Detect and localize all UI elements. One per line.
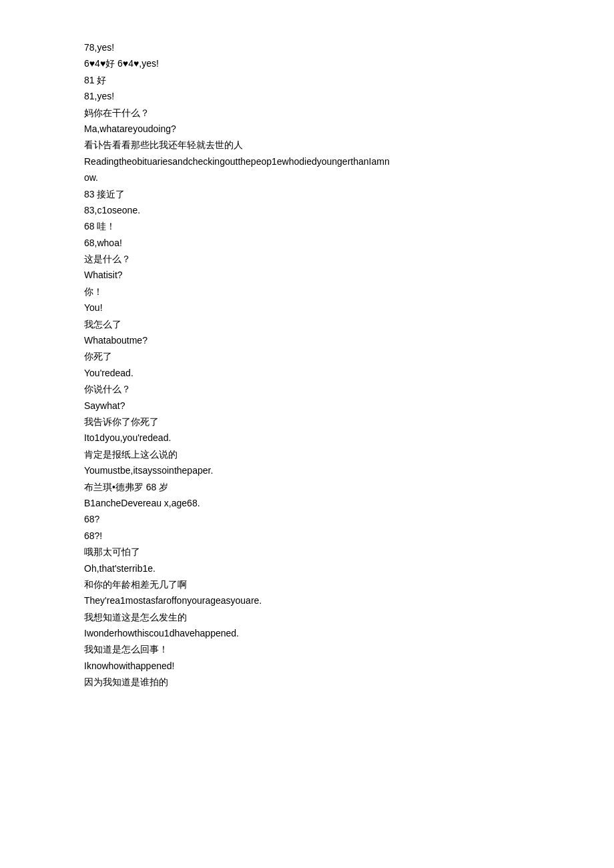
text-line-l39: Iknowhowithappened! bbox=[84, 659, 530, 673]
line-text: 68,whoa! bbox=[84, 236, 530, 250]
line-text: 83 接近了 bbox=[84, 187, 530, 201]
line-text: 我告诉你了你死了 bbox=[84, 414, 530, 429]
line-text: 看讣告看看那些比我还年轻就去世的人 bbox=[84, 137, 530, 152]
text-line-l36: 我想知道这是怎么发生的 bbox=[84, 610, 530, 624]
text-line-l9: ow. bbox=[84, 170, 530, 185]
line-text: 81 好 bbox=[84, 73, 530, 87]
text-line-l1: 78,yes! bbox=[84, 40, 530, 55]
line-text: 68? bbox=[84, 512, 530, 526]
line-text: 78,yes! bbox=[84, 40, 530, 55]
text-line-l2: 6♥4♥好 6♥4♥,yes! bbox=[84, 56, 530, 71]
line-text: 68 哇！ bbox=[84, 219, 530, 234]
line-text: 我怎么了 bbox=[84, 317, 530, 332]
line-text: 我知道是怎么回事！ bbox=[84, 642, 530, 657]
line-text: 和你的年龄相差无几了啊 bbox=[84, 577, 530, 592]
line-text: They'rea1mostasfaroffonyourageasyouare. bbox=[84, 593, 530, 608]
text-line-l25: Ito1dyou,you'redead. bbox=[84, 430, 530, 445]
line-text: 你死了 bbox=[84, 349, 530, 364]
text-line-l37: Iwonderhowthiscou1dhavehappened. bbox=[84, 626, 530, 640]
line-text: 6♥4♥好 6♥4♥,yes! bbox=[84, 56, 530, 71]
line-text: Iwonderhowthiscou1dhavehappened. bbox=[84, 626, 530, 640]
text-line-l3: 81 好 bbox=[84, 73, 530, 87]
text-line-l17: You! bbox=[84, 300, 530, 315]
text-line-l16: 你！ bbox=[84, 284, 530, 299]
line-text: 你说什么？ bbox=[84, 382, 530, 396]
text-line-l38: 我知道是怎么回事！ bbox=[84, 642, 530, 657]
text-line-l26: 肯定是报纸上这么说的 bbox=[84, 447, 530, 462]
text-line-l19: Whataboutme? bbox=[84, 333, 530, 348]
text-line-l23: Saywhat? bbox=[84, 398, 530, 413]
text-line-l22: 你说什么？ bbox=[84, 382, 530, 396]
line-text: You'redead. bbox=[84, 366, 530, 380]
text-line-l5: 妈你在干什么？ bbox=[84, 105, 530, 120]
text-line-l40: 因为我知道是谁拍的 bbox=[84, 675, 530, 689]
text-line-l21: You'redead. bbox=[84, 366, 530, 380]
line-text: Whataboutme? bbox=[84, 333, 530, 348]
line-text: Ito1dyou,you'redead. bbox=[84, 430, 530, 445]
text-line-l27: Youmustbe,itsayssointhepaper. bbox=[84, 463, 530, 478]
line-text: 因为我知道是谁拍的 bbox=[84, 675, 530, 689]
text-line-l10: 83 接近了 bbox=[84, 187, 530, 201]
line-text: You! bbox=[84, 300, 530, 315]
text-line-l30: 68? bbox=[84, 512, 530, 526]
line-text: Ma,whatareyoudoing? bbox=[84, 121, 530, 136]
text-line-l24: 我告诉你了你死了 bbox=[84, 414, 530, 429]
line-text: 肯定是报纸上这么说的 bbox=[84, 447, 530, 462]
text-line-l4: 81,yes! bbox=[84, 89, 530, 103]
text-line-l11: 83,c1oseone. bbox=[84, 203, 530, 218]
text-line-l7: 看讣告看看那些比我还年轻就去世的人 bbox=[84, 137, 530, 152]
text-line-l13: 68,whoa! bbox=[84, 236, 530, 250]
text-line-l32: 哦那太可怕了 bbox=[84, 544, 530, 559]
line-text: 你！ bbox=[84, 284, 530, 299]
text-line-l6: Ma,whatareyoudoing? bbox=[84, 121, 530, 136]
text-line-l31: 68?! bbox=[84, 528, 530, 543]
line-text: Iknowhowithappened! bbox=[84, 659, 530, 673]
text-line-l28: 布兰琪•德弗罗 68 岁 bbox=[84, 480, 530, 494]
text-line-l15: Whatisit? bbox=[84, 268, 530, 282]
line-text: Whatisit? bbox=[84, 268, 530, 282]
line-text: B1ancheDevereau x,age68. bbox=[84, 496, 530, 510]
line-text: 哦那太可怕了 bbox=[84, 544, 530, 559]
text-line-l20: 你死了 bbox=[84, 349, 530, 364]
line-text: 81,yes! bbox=[84, 89, 530, 103]
line-text: ow. bbox=[84, 170, 530, 185]
text-line-l35: They'rea1mostasfaroffonyourageasyouare. bbox=[84, 593, 530, 608]
line-text: 83,c1oseone. bbox=[84, 203, 530, 218]
line-text: 这是什么？ bbox=[84, 252, 530, 266]
text-line-l8: Readingtheobituariesandcheckingoutthepeo… bbox=[84, 154, 530, 169]
line-text: 68?! bbox=[84, 528, 530, 543]
line-text: 妈你在干什么？ bbox=[84, 105, 530, 120]
text-line-l18: 我怎么了 bbox=[84, 317, 530, 332]
line-text: 布兰琪•德弗罗 68 岁 bbox=[84, 480, 530, 494]
text-line-l33: Oh,that'sterrib1e. bbox=[84, 561, 530, 576]
line-text: Saywhat? bbox=[84, 398, 530, 413]
main-content: 78,yes!6♥4♥好 6♥4♥,yes!81 好81,yes!妈你在干什么？… bbox=[84, 40, 530, 690]
line-text: Readingtheobituariesandcheckingoutthepeo… bbox=[84, 154, 530, 169]
text-line-l34: 和你的年龄相差无几了啊 bbox=[84, 577, 530, 592]
text-line-l14: 这是什么？ bbox=[84, 252, 530, 266]
text-line-l12: 68 哇！ bbox=[84, 219, 530, 234]
text-line-l29: B1ancheDevereau x,age68. bbox=[84, 496, 530, 510]
line-text: 我想知道这是怎么发生的 bbox=[84, 610, 530, 624]
line-text: Youmustbe,itsayssointhepaper. bbox=[84, 463, 530, 478]
line-text: Oh,that'sterrib1e. bbox=[84, 561, 530, 576]
